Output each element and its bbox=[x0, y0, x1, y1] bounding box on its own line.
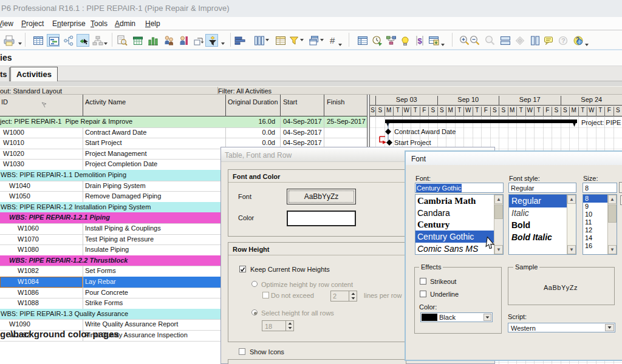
svg-text:Start Project: Start Project bbox=[394, 139, 431, 146]
svg-text:$: $ bbox=[418, 36, 423, 46]
svg-text:Project: PIPE R: Project: PIPE R bbox=[581, 119, 622, 126]
svg-text:#: # bbox=[330, 35, 335, 46]
svg-text:Contract Award Date: Contract Award Date bbox=[394, 128, 456, 135]
svg-text:?: ? bbox=[576, 36, 579, 43]
svg-text:?: ? bbox=[561, 37, 566, 44]
